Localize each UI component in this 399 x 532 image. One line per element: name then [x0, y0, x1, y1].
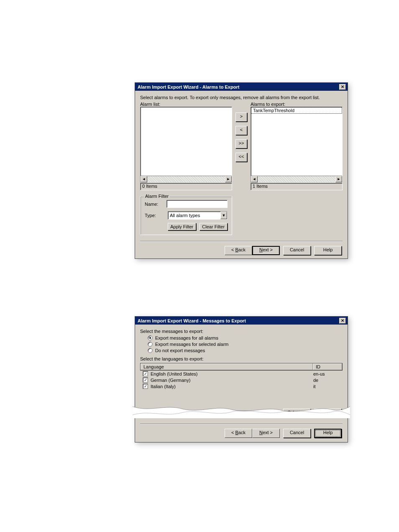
divider [140, 424, 343, 425]
titlebar: Alarm Import Export Wizard - Messages to… [135, 317, 348, 325]
cancel-button[interactable]: Cancel [283, 429, 311, 438]
list-item[interactable]: TankTempThreshold [251, 107, 342, 114]
back-button[interactable]: < Back [225, 246, 252, 255]
radio-export-selected[interactable]: Export messages for selected alarm [148, 342, 343, 347]
radio-icon [148, 335, 153, 340]
table-row[interactable]: ✓German (Germany) de [140, 377, 343, 383]
scroll-right-icon[interactable]: ► [335, 176, 342, 182]
help-button[interactable]: Help [314, 246, 342, 255]
radio-export-all[interactable]: Export messages for all alarms [148, 335, 343, 340]
remove-button[interactable]: < [235, 126, 247, 135]
filter-name-label: Name: [145, 202, 166, 207]
radio-label: Export messages for selected alarm [155, 342, 228, 347]
messages-instruction: Select the messages to export: [140, 329, 343, 334]
export-list-count: 1 Items [251, 183, 343, 190]
title-text: Alarm Import Export Wizard - Messages to… [138, 318, 246, 323]
lang-id: de [311, 378, 340, 383]
next-button[interactable]: Next > [252, 246, 280, 255]
checkbox-icon[interactable]: ✓ [143, 371, 148, 376]
export-list-label: Alarms to export: [251, 102, 343, 107]
radio-icon [148, 342, 153, 347]
lang-id: it [311, 384, 340, 389]
clear-all-button[interactable]: Clear All [314, 409, 342, 418]
close-icon[interactable]: ✕ [339, 84, 346, 90]
alarm-list-box[interactable]: ◄ ► [140, 107, 232, 183]
checkbox-icon[interactable]: ✓ [143, 384, 148, 389]
close-icon[interactable]: ✕ [339, 318, 346, 324]
divider [140, 241, 343, 242]
table-row[interactable]: ✓English (United States) en-us [140, 371, 343, 377]
scroll-track[interactable] [258, 176, 335, 182]
titlebar: Alarm Import Export Wizard - Alarms to E… [135, 83, 348, 91]
scroll-track[interactable] [147, 176, 225, 182]
radio-label: Export messages for all alarms [155, 335, 218, 340]
scroll-right-icon[interactable]: ► [225, 176, 232, 182]
filter-legend: Alarm Filter [144, 194, 170, 199]
radio-icon [148, 348, 153, 353]
alarm-filter-group: Alarm Filter Name: Type: All alarm types… [140, 196, 232, 235]
title-text: Alarm Import Export Wizard - Alarms to E… [138, 84, 239, 90]
cancel-button[interactable]: Cancel [283, 246, 311, 255]
scrollbar[interactable]: ◄ ► [141, 176, 232, 182]
scrollbar[interactable]: ◄ ► [251, 176, 342, 182]
select-all-button[interactable]: Select All [283, 409, 311, 418]
languages-instruction: Select the languages to export: [140, 356, 343, 361]
filter-type-label: Type: [145, 213, 168, 218]
back-button[interactable]: < Back [225, 429, 252, 438]
dialog-alarms-to-export: Alarm Import Export Wizard - Alarms to E… [135, 82, 348, 259]
table-row[interactable]: ✓Italian (Italy) it [140, 383, 343, 389]
filter-name-input[interactable] [166, 200, 228, 208]
lang-name: Italian (Italy) [151, 384, 176, 389]
export-list-box[interactable]: TankTempThreshold ◄ ► [251, 107, 343, 183]
chevron-down-icon[interactable]: ▼ [220, 212, 227, 219]
next-button[interactable]: Next > [252, 429, 280, 438]
lang-id: en-us [311, 371, 340, 376]
instruction-text: Select alarms to export. To export only … [140, 95, 343, 100]
language-table: Language ID ✓English (United States) en-… [140, 363, 343, 389]
table-header: Language ID [140, 363, 343, 371]
radio-export-none[interactable]: Do not export messages [148, 348, 343, 353]
col-language[interactable]: Language [141, 363, 313, 370]
checkbox-icon[interactable]: ✓ [143, 377, 148, 383]
add-all-button[interactable]: >> [235, 139, 247, 148]
combo-value: All alarm types [168, 213, 220, 218]
dialog-messages-to-export: Alarm Import Export Wizard - Messages to… [135, 316, 348, 442]
help-button[interactable]: Help [314, 429, 342, 438]
add-button[interactable]: > [235, 113, 247, 122]
alarm-list-label: Alarm list: [140, 102, 232, 107]
lang-name: German (Germany) [151, 378, 190, 383]
clear-filter-button[interactable]: Clear Filter [200, 223, 228, 230]
alarm-list-count: 0 Items [140, 183, 232, 190]
lang-name: English (United States) [151, 371, 198, 376]
col-id[interactable]: ID [313, 363, 342, 370]
radio-label: Do not export messages [155, 348, 205, 353]
filter-type-combo[interactable]: All alarm types ▼ [168, 211, 228, 220]
remove-all-button[interactable]: << [235, 153, 247, 162]
scroll-left-icon[interactable]: ◄ [141, 176, 147, 182]
apply-filter-button[interactable]: Apply Filter [168, 223, 196, 230]
scroll-left-icon[interactable]: ◄ [251, 176, 258, 182]
